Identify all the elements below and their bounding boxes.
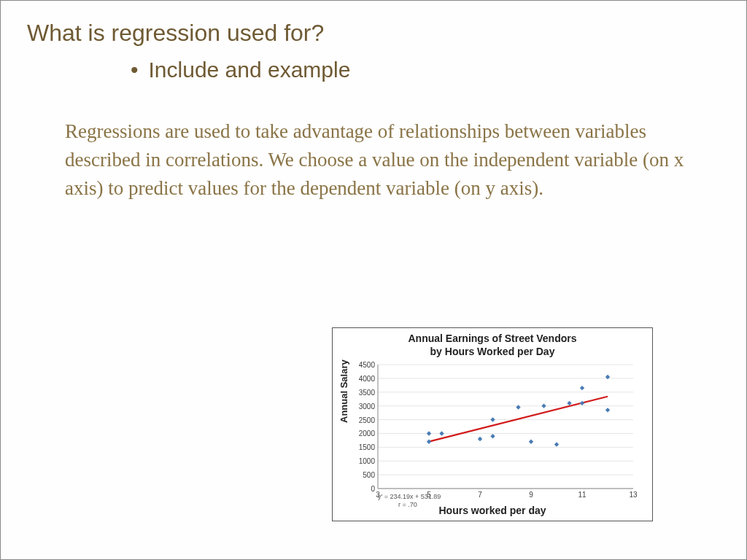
slide: What is regression used for? • Include a… [0, 0, 747, 560]
xtick-label: 13 [629, 491, 637, 499]
ytick-label: 4000 [355, 374, 375, 382]
bullet-icon: • [131, 59, 139, 81]
chart-ylabel: Annual Salary [338, 359, 349, 423]
ytick-label: 4500 [355, 361, 375, 369]
ytick-label: 2000 [355, 429, 375, 438]
chart-xlabel: Hours worked per day [333, 505, 652, 516]
bullet-item: • Include and example [131, 58, 350, 82]
ytick-label: 500 [355, 471, 375, 479]
body-paragraph: Regressions are used to take advantage o… [65, 117, 685, 203]
xtick-label: 9 [529, 491, 533, 499]
chart-plot-area [378, 365, 633, 489]
ytick-label: 3000 [355, 402, 375, 410]
chart-svg [378, 365, 633, 489]
ytick-label: 1000 [355, 457, 375, 465]
chart-container: Annual Earnings of Street Vendorsby Hour… [332, 327, 653, 521]
bullet-text: Include and example [149, 58, 351, 82]
chart-title: Annual Earnings of Street Vendorsby Hour… [333, 328, 652, 358]
ytick-label: 1500 [355, 443, 375, 451]
equation-line-1: y' = 234.19x + 531.89 [378, 493, 441, 501]
slide-title: What is regression used for? [27, 20, 324, 47]
xtick-label: 11 [578, 491, 586, 499]
xtick-label: 7 [478, 491, 482, 499]
ytick-label: 0 [355, 485, 375, 493]
ytick-label: 3500 [355, 388, 375, 396]
ytick-label: 2500 [355, 416, 375, 424]
